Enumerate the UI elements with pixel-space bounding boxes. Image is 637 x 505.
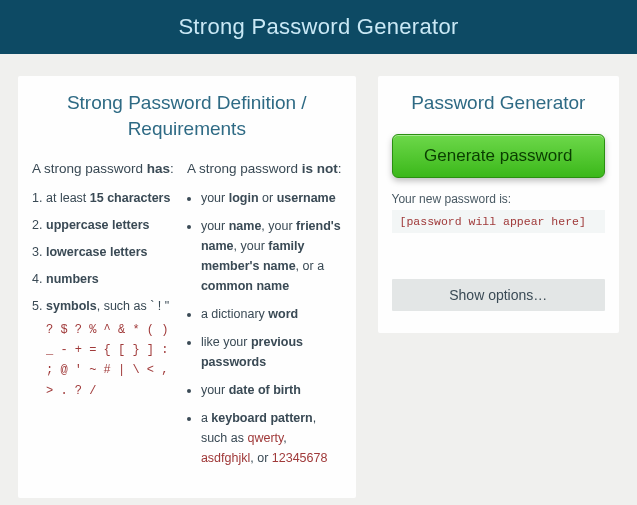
has-item: numbers — [46, 269, 179, 289]
isnot-item: a dictionary word — [201, 304, 342, 324]
has-lead-bold: has — [147, 161, 170, 176]
has-column: A strong password has: at least 15 chara… — [32, 159, 179, 475]
isnot-lead: A strong password is not: — [187, 159, 342, 179]
isnot-item: like your previous passwords — [201, 332, 342, 372]
isnot-lead-bold: is not — [302, 161, 338, 176]
isnot-item: your login or username — [201, 188, 342, 208]
has-lead: A strong password has: — [32, 159, 179, 179]
has-item: symbols, such as ` ! " — [46, 296, 179, 316]
generate-button[interactable]: Generate password — [392, 134, 605, 178]
has-item: uppercase letters — [46, 215, 179, 235]
app-title: Strong Password Generator — [178, 14, 458, 39]
show-options-button[interactable]: Show options… — [392, 279, 605, 311]
symbols-block: ? $ ? % ^ & * ( ) _ - + = { [ } ] : ; @ … — [32, 320, 179, 402]
password-output[interactable] — [392, 210, 605, 233]
isnot-list: your login or usernameyour name, your fr… — [187, 188, 342, 468]
has-item: at least 15 characters — [46, 188, 179, 208]
generator-card: Password Generator Generate password You… — [378, 76, 619, 333]
isnot-item: a keyboard pattern, such as qwerty, asdf… — [201, 408, 342, 468]
isnot-item: your date of birth — [201, 380, 342, 400]
has-item: lowercase letters — [46, 242, 179, 262]
isnot-lead-suf: : — [338, 161, 342, 176]
definition-columns: A strong password has: at least 15 chara… — [32, 159, 342, 475]
isnot-column: A strong password is not: your login or … — [187, 159, 342, 475]
main-content: Strong Password Definition / Requirement… — [0, 54, 637, 505]
password-label: Your new password is: — [392, 192, 605, 206]
has-lead-pre: A strong password — [32, 161, 147, 176]
generator-title: Password Generator — [392, 90, 605, 116]
app-header: Strong Password Generator — [0, 0, 637, 54]
definition-card: Strong Password Definition / Requirement… — [18, 76, 356, 498]
has-list: at least 15 charactersuppercase lettersl… — [32, 188, 179, 316]
definition-title: Strong Password Definition / Requirement… — [32, 90, 342, 141]
has-lead-suf: : — [170, 161, 174, 176]
isnot-lead-pre: A strong password — [187, 161, 302, 176]
isnot-item: your name, your friend's name, your fami… — [201, 216, 342, 296]
